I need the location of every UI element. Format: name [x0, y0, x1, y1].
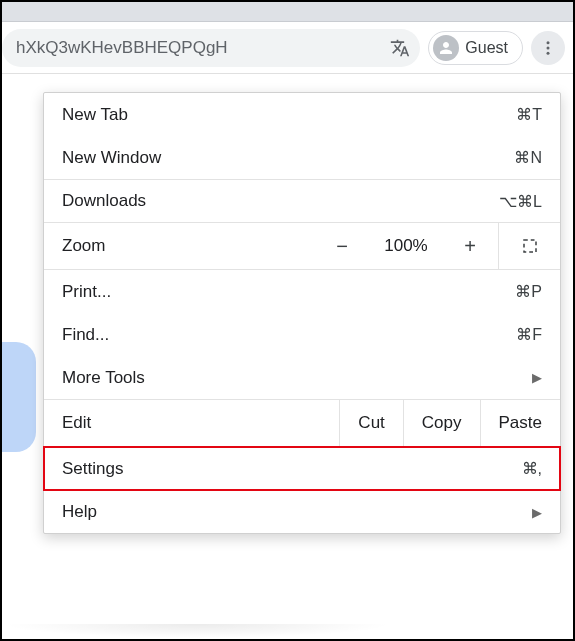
- cut-button[interactable]: Cut: [339, 400, 402, 446]
- menu-item-new-window[interactable]: New Window ⌘N: [44, 136, 560, 179]
- menu-item-settings[interactable]: Settings ⌘,: [44, 447, 560, 490]
- browser-menu: New Tab ⌘T New Window ⌘N Downloads ⌥⌘L Z…: [43, 92, 561, 534]
- zoom-out-button[interactable]: −: [314, 223, 370, 269]
- menu-item-downloads[interactable]: Downloads ⌥⌘L: [44, 179, 560, 222]
- menu-shortcut: ⌘F: [516, 325, 542, 344]
- menu-item-new-tab[interactable]: New Tab ⌘T: [44, 93, 560, 136]
- fullscreen-button[interactable]: [498, 223, 560, 269]
- menu-item-help[interactable]: Help ▶: [44, 490, 560, 533]
- menu-label: New Tab: [62, 105, 516, 125]
- edit-label: Edit: [44, 400, 339, 446]
- fullscreen-icon: [521, 237, 539, 255]
- translate-icon[interactable]: [388, 36, 412, 60]
- profile-label: Guest: [465, 39, 508, 57]
- menu-label: Find...: [62, 325, 516, 345]
- tab-strip: [2, 2, 573, 22]
- menu-shortcut: ⌘,: [522, 459, 542, 478]
- menu-label: Settings: [62, 459, 522, 479]
- menu-shortcut: ⌘N: [514, 148, 542, 167]
- url-text: hXkQ3wKHevBBHEQPQgH: [16, 38, 388, 58]
- zoom-label: Zoom: [44, 223, 314, 269]
- menu-item-find[interactable]: Find... ⌘F: [44, 313, 560, 356]
- avatar-icon: [433, 35, 459, 61]
- menu-label: New Window: [62, 148, 514, 168]
- zoom-value: 100%: [370, 223, 442, 269]
- copy-button[interactable]: Copy: [403, 400, 480, 446]
- submenu-arrow-icon: ▶: [532, 505, 542, 520]
- menu-item-more-tools[interactable]: More Tools ▶: [44, 356, 560, 399]
- paste-button[interactable]: Paste: [480, 400, 560, 446]
- menu-label: Help: [62, 502, 532, 522]
- menu-item-zoom: Zoom − 100% +: [44, 222, 560, 270]
- svg-point-2: [547, 51, 550, 54]
- submenu-arrow-icon: ▶: [532, 370, 542, 385]
- menu-shortcut: ⌥⌘L: [499, 192, 542, 211]
- profile-chip[interactable]: Guest: [428, 31, 523, 65]
- browser-toolbar: hXkQ3wKHevBBHEQPQgH Guest: [2, 22, 573, 74]
- more-menu-button[interactable]: [531, 31, 565, 65]
- menu-label: Downloads: [62, 191, 499, 211]
- menu-label: More Tools: [62, 368, 532, 388]
- address-bar[interactable]: hXkQ3wKHevBBHEQPQgH: [2, 29, 420, 67]
- menu-shadow: [2, 624, 392, 638]
- menu-label: Print...: [62, 282, 515, 302]
- menu-shortcut: ⌘T: [516, 105, 542, 124]
- menu-item-edit: Edit Cut Copy Paste: [44, 399, 560, 447]
- menu-shortcut: ⌘P: [515, 282, 542, 301]
- svg-point-1: [547, 46, 550, 49]
- menu-item-print[interactable]: Print... ⌘P: [44, 270, 560, 313]
- page-illustration: [2, 342, 36, 452]
- svg-point-0: [547, 41, 550, 44]
- zoom-in-button[interactable]: +: [442, 223, 498, 269]
